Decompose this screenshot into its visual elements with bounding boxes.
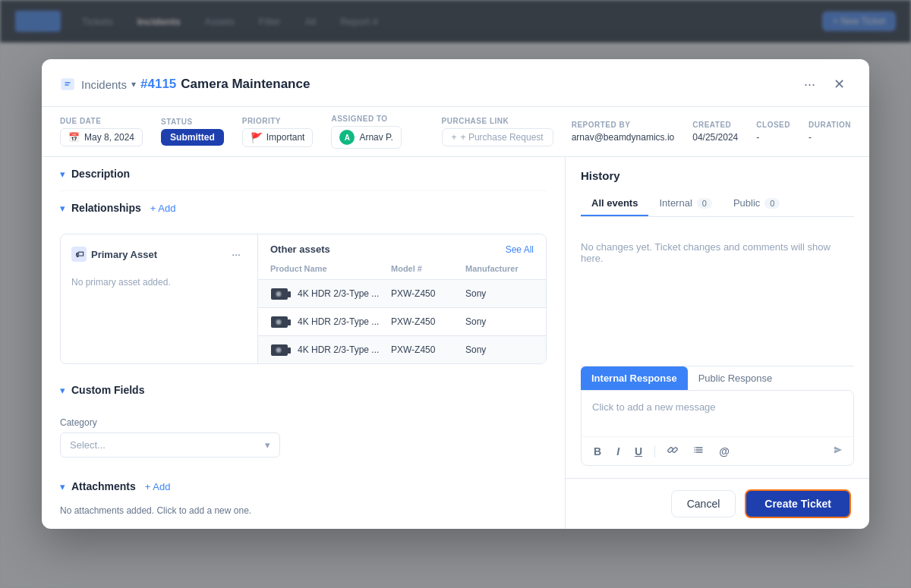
status-badge[interactable]: Submitted <box>161 129 224 146</box>
asset-name-0: 4K HDR 2/3-Type ... <box>270 286 385 301</box>
public-response-label: Public Response <box>698 373 773 384</box>
closed-field: CLOSED - <box>756 121 790 143</box>
reported-by-value: arnav@beamdynamics.io <box>572 132 675 143</box>
link-button[interactable] <box>664 443 681 459</box>
assigned-label: ASSIGNED TO <box>331 115 401 123</box>
description-section-header[interactable]: ▾ Description <box>42 157 565 190</box>
assignee-value: Arnav P. <box>359 132 392 143</box>
svg-rect-2 <box>288 291 291 297</box>
svg-rect-0 <box>61 79 74 90</box>
asset-icon: 🏷 <box>71 247 87 262</box>
description-chevron-icon: ▾ <box>60 168 65 180</box>
priority-badge[interactable]: 🚩 Important <box>242 128 314 147</box>
asset-row[interactable]: 4K HDR 2/3-Type ... PXW-Z450 Sony <box>258 307 546 335</box>
due-date-input[interactable]: 📅 May 8, 2024 <box>60 128 143 146</box>
list-icon <box>693 445 704 455</box>
module-chevron-icon: ▾ <box>131 79 136 90</box>
col-product-name: Product Name <box>270 264 385 273</box>
close-button[interactable]: ✕ <box>827 73 851 96</box>
tab-internal[interactable]: Internal 0 <box>648 191 723 216</box>
italic-button[interactable]: I <box>613 444 623 459</box>
col-manufacturer: Manufacturer <box>465 264 534 273</box>
avatar: A <box>339 130 355 145</box>
primary-asset-options-button[interactable]: ··· <box>225 245 247 263</box>
primary-asset-empty: No primary asset added. <box>71 271 247 294</box>
incidents-icon <box>60 77 75 92</box>
asset-row[interactable]: 4K HDR 2/3-Type ... PXW-Z450 Sony <box>258 335 546 363</box>
ticket-number: #4115 <box>140 77 176 92</box>
svg-point-4 <box>277 292 281 296</box>
purchase-link-placeholder: + Purchase Request <box>461 132 544 143</box>
cancel-button[interactable]: Cancel <box>671 490 736 517</box>
response-toolbar: B I U <box>582 436 853 465</box>
bold-button[interactable]: B <box>591 444 604 459</box>
duration-field: DURATION - <box>809 121 851 143</box>
custom-fields-content: Category Select... ▾ <box>42 417 565 470</box>
purchase-link-field: PURCHASE LINK + + Purchase Request <box>442 117 553 146</box>
priority-value: Important <box>266 132 305 143</box>
custom-fields-chevron-icon: ▾ <box>60 385 65 396</box>
svg-rect-10 <box>288 347 291 354</box>
category-placeholder: Select... <box>70 439 106 451</box>
relationships-section-header[interactable]: ▾ Relationships + Add <box>42 191 565 225</box>
col-model: Model # <box>391 264 459 273</box>
create-ticket-button[interactable]: Create Ticket <box>745 489 851 518</box>
modal-title-section: Incidents ▾ #4115 Camera Maintenance <box>81 77 310 92</box>
status-field: STATUS Submitted <box>161 118 224 146</box>
attachments-content: No attachments added. Click to add a new… <box>42 503 565 529</box>
custom-fields-title: Custom Fields <box>71 384 144 396</box>
response-area: Internal Response Public Response Click … <box>581 366 854 466</box>
category-select[interactable]: Select... ▾ <box>60 432 280 458</box>
modal-actions: ··· ✕ <box>798 73 851 96</box>
relationships-chevron-icon: ▾ <box>60 203 65 214</box>
attachments-title: Attachments <box>71 480 136 492</box>
purchase-link-input[interactable]: + + Purchase Request <box>442 128 553 146</box>
svg-point-17 <box>694 449 695 451</box>
asset-manufacturer-1: Sony <box>465 316 534 327</box>
mention-button[interactable]: @ <box>716 444 733 459</box>
camera-icon-1 <box>270 314 292 329</box>
relationships-title: Relationships <box>71 202 141 214</box>
relationships-add-button[interactable]: + Add <box>150 203 176 214</box>
internal-response-label: Internal Response <box>591 373 677 384</box>
asset-model-0: PXW-Z450 <box>391 288 459 299</box>
attachments-chevron-icon: ▾ <box>60 481 65 492</box>
created-value: 04/25/2024 <box>692 132 738 143</box>
modal-body: ▾ Description ▾ Relationships + Add <box>42 157 869 529</box>
more-options-button[interactable]: ··· <box>798 74 821 96</box>
send-button[interactable] <box>832 444 844 459</box>
attachments-add-button[interactable]: + Add <box>145 481 171 492</box>
tab-internal-response[interactable]: Internal Response <box>581 366 688 390</box>
other-assets-header: Other assets See All <box>258 234 546 261</box>
due-date-field: DUE DATE 📅 May 8, 2024 <box>60 117 143 146</box>
svg-point-8 <box>277 320 281 324</box>
primary-asset-panel: 🏷 Primary Asset ··· No primary asset add… <box>61 234 258 363</box>
modal-header: Incidents ▾ #4115 Camera Maintenance ···… <box>42 59 869 107</box>
tab-public-response[interactable]: Public Response <box>688 366 783 390</box>
modal-title-area: Incidents ▾ #4115 Camera Maintenance <box>60 77 790 92</box>
other-assets-title: Other assets <box>270 244 330 255</box>
priority-field: PRIORITY 🚩 Important <box>242 117 314 147</box>
plus-icon: + <box>452 132 457 143</box>
asset-row[interactable]: 4K HDR 2/3-Type ... PXW-Z450 Sony <box>258 279 546 307</box>
asset-model-2: PXW-Z450 <box>391 344 459 355</box>
svg-point-18 <box>694 451 695 453</box>
closed-value: - <box>756 132 790 143</box>
duration-label: DURATION <box>809 121 851 129</box>
tab-public[interactable]: Public 0 <box>723 191 791 216</box>
see-all-button[interactable]: See All <box>506 244 534 255</box>
asset-manufacturer-2: Sony <box>465 344 534 355</box>
svg-point-16 <box>694 447 695 448</box>
relationships-content: 🏷 Primary Asset ··· No primary asset add… <box>60 234 547 364</box>
custom-fields-section-header[interactable]: ▾ Custom Fields <box>42 373 565 407</box>
underline-button[interactable]: U <box>632 444 645 459</box>
assignee-badge[interactable]: A Arnav P. <box>331 126 401 149</box>
primary-asset-header: 🏷 Primary Asset ··· <box>71 245 247 263</box>
description-title: Description <box>71 168 130 180</box>
list-button[interactable] <box>690 443 707 459</box>
tab-all-events[interactable]: All events <box>581 191 648 216</box>
tab-public-badge: 0 <box>764 198 780 209</box>
response-input[interactable]: Click to add a new message <box>582 391 853 436</box>
attachments-section-header[interactable]: ▾ Attachments + Add <box>42 470 565 503</box>
calendar-icon: 📅 <box>68 132 80 143</box>
